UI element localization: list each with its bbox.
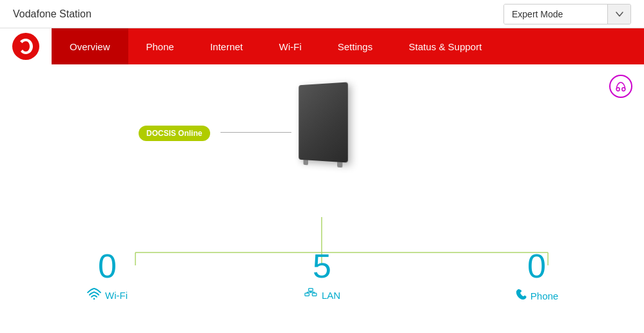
lan-count: 5 bbox=[313, 249, 331, 283]
stat-lan: 5 LAN bbox=[215, 249, 429, 303]
nav-overview[interactable]: Overview bbox=[52, 28, 128, 64]
svg-point-0 bbox=[12, 33, 39, 60]
phone-label-text: Phone bbox=[531, 290, 558, 301]
nav-settings[interactable]: Settings bbox=[320, 28, 391, 64]
lan-label-text: LAN bbox=[322, 290, 340, 301]
mode-selector[interactable]: Expert Mode Standard Mode bbox=[503, 4, 631, 24]
nav-internet[interactable]: Internet bbox=[192, 28, 261, 64]
lan-icon bbox=[304, 288, 318, 303]
wifi-icon bbox=[87, 288, 101, 303]
dropdown-arrow[interactable] bbox=[607, 5, 630, 24]
svg-rect-8 bbox=[305, 293, 309, 296]
svg-point-6 bbox=[93, 298, 95, 300]
docsis-line bbox=[220, 132, 291, 133]
svg-rect-9 bbox=[312, 293, 317, 296]
lan-label: LAN bbox=[304, 288, 340, 303]
mode-dropdown[interactable]: Expert Mode Standard Mode bbox=[504, 5, 607, 24]
chevron-down-icon bbox=[616, 12, 623, 17]
stat-wifi: 0 Wi-Fi bbox=[0, 249, 215, 303]
docsis-badge: DOCSIS Online bbox=[139, 126, 210, 141]
phone-count: 0 bbox=[527, 249, 546, 283]
stats-row: 0 Wi-Fi 5 bbox=[0, 249, 644, 333]
wifi-count: 0 bbox=[98, 249, 117, 283]
main-content: DOCSIS Online 0 bbox=[0, 64, 644, 333]
top-bar: Vodafone Station Expert Mode Standard Mo… bbox=[0, 0, 644, 28]
headset-icon bbox=[615, 81, 627, 92]
vodafone-logo-svg bbox=[12, 32, 40, 61]
tree-container: 0 Wi-Fi 5 bbox=[0, 217, 644, 333]
router-device bbox=[293, 84, 351, 167]
nav-status-support[interactable]: Status & Support bbox=[391, 28, 500, 64]
nav-phone[interactable]: Phone bbox=[128, 28, 192, 64]
nav-section: Overview Phone Internet Wi-Fi Settings S… bbox=[0, 28, 644, 64]
vodafone-logo bbox=[0, 28, 52, 64]
main-nav: Overview Phone Internet Wi-Fi Settings S… bbox=[52, 28, 644, 64]
phone-icon bbox=[515, 288, 527, 304]
stat-phone: 0 Phone bbox=[429, 249, 644, 304]
phone-label: Phone bbox=[515, 288, 558, 304]
svg-rect-7 bbox=[309, 289, 313, 291]
wifi-label-text: Wi-Fi bbox=[105, 290, 128, 301]
support-icon[interactable] bbox=[609, 75, 632, 98]
wifi-label: Wi-Fi bbox=[87, 288, 128, 303]
router-body bbox=[298, 82, 347, 162]
nav-wifi[interactable]: Wi-Fi bbox=[261, 28, 320, 64]
page-title: Vodafone Station bbox=[13, 8, 92, 20]
